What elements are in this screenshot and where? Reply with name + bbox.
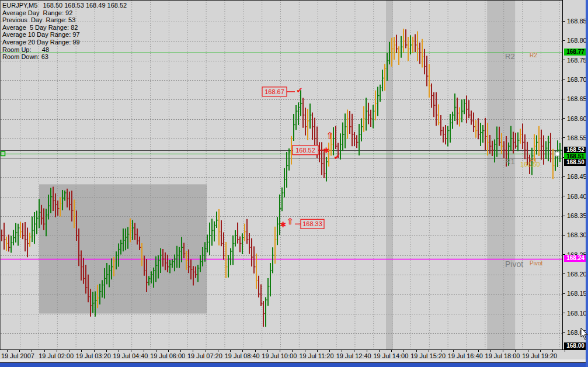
time-axis-tick (478, 350, 479, 352)
time-axis-tick (94, 350, 95, 352)
annotation-arrow-up-icon: ⇧ (326, 130, 334, 141)
room-up: Room Up: 48 (2, 46, 127, 54)
price-axis-tick (563, 40, 565, 41)
time-axis-tick (379, 350, 380, 352)
time-axis-tick (7, 350, 8, 352)
price-badge-168-50: 168.50 (564, 159, 587, 166)
time-axis-label: 19 Jul 12:40 (336, 352, 371, 359)
time-axis-tick (441, 350, 441, 352)
line-handle-right[interactable] (555, 152, 559, 156)
mouse-cursor-icon (580, 328, 588, 341)
price-axis-tick (563, 196, 565, 196)
annotation-check-icon: ✔ (297, 86, 303, 95)
time-axis-tick (230, 350, 231, 352)
chart-area[interactable]: R2R2R1R1168.50PivotPivot168.67✔168.52✱⇧✔… (0, 0, 562, 349)
time-axis-tick (503, 350, 503, 352)
time-axis-tick (144, 350, 144, 352)
time-axis-tick (69, 350, 69, 352)
time-axis-tick (292, 350, 293, 352)
time-axis-tick (168, 350, 169, 352)
time-axis-tick (156, 350, 156, 352)
avg-5day-range: Average 5 Day Range: 82 (2, 24, 127, 32)
time-axis-tick (391, 350, 392, 352)
annotation-star-icon: ✱ (280, 220, 287, 229)
symbol-ohlc-title: EURJPY,M5 168.50 168.53 168.49 168.52 (2, 2, 127, 9)
time-axis-label: 19 Jul 07:20 (187, 352, 222, 359)
room-down: Room Down: 63 (2, 53, 127, 61)
time-axis-tick (19, 350, 20, 352)
time-axis-label: 19 Jul 10:00 (262, 352, 297, 359)
time-axis-label: 19 Jul 2007 (1, 352, 34, 359)
time-axis-tick (416, 350, 417, 352)
prev-day-range: Previous Day Range: 53 (2, 16, 127, 24)
price-axis-tick (563, 235, 565, 236)
price-axis-tick (563, 60, 565, 60)
time-axis-tick (342, 350, 342, 352)
time-axis-tick (255, 350, 256, 352)
price-axis-tick (563, 21, 565, 22)
time-axis-label: 19 Jul 03:20 (76, 352, 111, 359)
avg-20day-range: Average 20 Day Range: 99 (2, 39, 127, 46)
price-axis-tick (563, 313, 565, 313)
price-axis-tick (563, 118, 565, 119)
price-axis-tick (563, 137, 565, 138)
time-axis-label: 19 Jul 14:00 (373, 352, 408, 359)
price-axis-label: 168.30 (567, 231, 587, 238)
time-axis-tick (305, 350, 305, 352)
time-axis-tick (218, 350, 218, 352)
price-badge-168-00: 168.00 (564, 342, 587, 349)
price-axis-label: 168.20 (567, 271, 587, 278)
price-label-text: 168.67 (265, 88, 284, 95)
time-axis-label: 19 Jul 04:40 (113, 352, 148, 359)
time-axis-label: 19 Jul 18:00 (485, 352, 520, 359)
time-axis-tick (106, 350, 107, 352)
time-axis-tick (267, 350, 268, 352)
time-axis-tick (57, 350, 57, 352)
window-right-border (586, 0, 588, 367)
price-axis[interactable]: 168.85168.80168.75168.70168.65168.60168.… (562, 0, 588, 349)
time-axis-tick (354, 350, 354, 352)
level-gray-label-r1: R1 (505, 157, 515, 166)
price-badge-168-77: 168.77 (564, 49, 587, 56)
price-badge-168-24: 168.24 (564, 255, 587, 262)
price-axis-label: 168.75 (567, 57, 587, 64)
time-axis-tick (540, 350, 541, 352)
time-axis[interactable]: 19 Jul 200719 Jul 02:0019 Jul 03:2019 Ju… (0, 349, 588, 359)
time-axis-tick (193, 350, 193, 352)
time-axis-tick (206, 350, 206, 352)
time-axis-tick (44, 350, 45, 352)
level-value-label-r1: 168.50 (520, 161, 540, 168)
level-orange-label-r2: R2 (530, 52, 537, 58)
price-axis-label: 168.55 (567, 134, 587, 141)
price-axis-label: 168.85 (567, 18, 587, 25)
time-axis-tick (466, 350, 467, 352)
time-axis-tick (280, 350, 280, 352)
level-gray-label-pivot: Pivot (505, 259, 523, 269)
price-axis-tick (563, 216, 565, 216)
time-axis-label: 19 Jul 19:20 (522, 352, 557, 359)
price-axis-label: 168.60 (567, 115, 587, 122)
price-axis-tick (563, 99, 565, 99)
price-axis-label: 168.10 (567, 310, 587, 317)
level-orange-label-pivot: Pivot (530, 260, 542, 266)
range-indicator-panel: EURJPY,M5 168.50 168.53 168.49 168.52 Av… (2, 2, 127, 61)
price-axis-tick (563, 332, 565, 333)
price-axis-tick (563, 79, 565, 79)
time-axis-label: 19 Jul 11:20 (299, 352, 333, 359)
time-axis-tick (367, 350, 367, 352)
time-axis-tick (242, 350, 243, 352)
time-axis-tick (180, 350, 181, 352)
price-axis-tick (563, 176, 565, 177)
time-axis-label: 19 Jul 06:00 (150, 352, 185, 359)
price-axis-tick (563, 273, 565, 274)
time-axis-tick (329, 350, 330, 352)
mt4-chart-window: R2R2R1R1168.50PivotPivot168.67✔168.52✱⇧✔… (0, 0, 588, 367)
price-axis-label: 168.35 (567, 212, 587, 219)
level-gray-label-r2: R2 (505, 52, 515, 61)
annotation-check-icon: ✔ (334, 153, 340, 161)
time-axis-label: 19 Jul 16:40 (448, 352, 483, 359)
time-axis-tick (528, 350, 528, 352)
price-label-text: 168.33 (302, 220, 322, 227)
time-axis-tick (565, 350, 565, 352)
time-axis-tick (429, 350, 429, 352)
